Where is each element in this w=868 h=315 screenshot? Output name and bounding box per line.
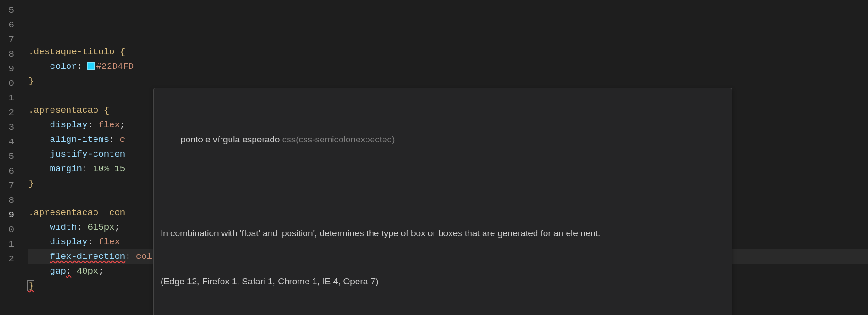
code-token: flex bbox=[98, 120, 120, 130]
code-token: 615px bbox=[87, 222, 114, 232]
code-token: ; bbox=[120, 120, 125, 130]
line-number: 5 bbox=[0, 3, 20, 18]
code-token: display bbox=[50, 120, 88, 130]
line-number: 9 bbox=[0, 62, 20, 76]
line-number: 1 bbox=[0, 91, 20, 106]
line-number: 9 bbox=[0, 208, 20, 223]
code-token: : bbox=[87, 237, 98, 247]
code-token bbox=[28, 134, 50, 145]
code-editor[interactable]: 567890123456789012 .destaque-titulo { co… bbox=[0, 0, 868, 315]
code-token bbox=[28, 120, 50, 130]
code-line[interactable]: .destaque-titulo { bbox=[28, 45, 868, 59]
code-token: .destaque-titulo bbox=[28, 47, 120, 57]
code-token: : bbox=[82, 164, 93, 174]
code-token: : bbox=[87, 120, 98, 130]
code-token: : bbox=[109, 134, 120, 145]
code-token: align-items bbox=[50, 134, 109, 145]
line-number: 7 bbox=[0, 33, 20, 47]
code-line[interactable]: } bbox=[28, 74, 868, 89]
line-number: 7 bbox=[0, 179, 20, 193]
code-token: gap bbox=[50, 266, 66, 276]
code-token bbox=[28, 164, 50, 174]
hover-diagnostic-code: css(css-semicolonexpected) bbox=[282, 134, 395, 144]
code-token: .apresentacao__con bbox=[28, 207, 125, 218]
code-token: : bbox=[77, 222, 88, 232]
line-number: 8 bbox=[0, 193, 20, 208]
code-token: ; bbox=[98, 266, 103, 276]
code-token bbox=[28, 222, 50, 232]
code-token: #22D4FD bbox=[96, 61, 134, 72]
code-token: } bbox=[27, 280, 34, 291]
code-token: { bbox=[120, 47, 125, 57]
code-token bbox=[28, 149, 50, 159]
code-token bbox=[28, 61, 50, 72]
hover-browser-support: (Edge 12, Firefox 1, Safari 1, Chrome 1,… bbox=[161, 274, 725, 288]
line-number: 6 bbox=[0, 164, 20, 179]
line-number: 0 bbox=[0, 76, 20, 91]
code-token: ; bbox=[114, 222, 119, 232]
line-number: 6 bbox=[0, 18, 20, 33]
line-number: 8 bbox=[0, 47, 20, 62]
line-number: 0 bbox=[0, 223, 20, 237]
line-number: 5 bbox=[0, 149, 20, 164]
line-number: 4 bbox=[0, 135, 20, 149]
code-token: .apresentacao bbox=[28, 105, 104, 116]
code-token bbox=[28, 266, 50, 276]
line-number: 1 bbox=[0, 237, 20, 252]
code-token: color bbox=[50, 61, 77, 72]
code-token: } bbox=[28, 178, 34, 189]
hover-documentation: In combination with 'float' and 'positio… bbox=[154, 192, 732, 315]
hover-widget: ponto e vírgula esperado css(css-semicol… bbox=[153, 88, 732, 315]
line-number: 3 bbox=[0, 120, 20, 135]
code-token bbox=[28, 237, 50, 247]
code-token bbox=[28, 251, 50, 262]
hover-description: In combination with 'float' and 'positio… bbox=[161, 226, 725, 240]
code-line[interactable]: color: #22D4FD bbox=[28, 59, 868, 74]
code-token: justify-conten bbox=[50, 149, 126, 159]
hover-diagnostic-message: ponto e vírgula esperado bbox=[180, 134, 282, 144]
line-number: 2 bbox=[0, 252, 20, 266]
code-token: c bbox=[120, 134, 125, 145]
code-area[interactable]: .destaque-titulo { color: #22D4FD}.apres… bbox=[20, 0, 868, 315]
line-number-gutter: 567890123456789012 bbox=[0, 0, 20, 315]
code-token: display bbox=[50, 237, 88, 247]
code-token: flex-direction bbox=[50, 251, 126, 262]
code-token: : bbox=[66, 266, 71, 276]
hover-diagnostic: ponto e vírgula esperado css(css-semicol… bbox=[154, 116, 732, 164]
code-token: width bbox=[50, 222, 77, 232]
code-token bbox=[71, 266, 77, 276]
code-token: 10% 15 bbox=[93, 164, 125, 174]
line-number: 2 bbox=[0, 106, 20, 120]
code-token: } bbox=[28, 76, 34, 86]
code-token: : bbox=[77, 61, 88, 72]
code-token: margin bbox=[50, 164, 82, 174]
code-token: 40px bbox=[77, 266, 99, 276]
code-token: { bbox=[104, 105, 109, 116]
code-token: flex bbox=[98, 237, 120, 247]
color-swatch-icon[interactable] bbox=[87, 62, 95, 70]
code-token: : bbox=[125, 251, 136, 262]
